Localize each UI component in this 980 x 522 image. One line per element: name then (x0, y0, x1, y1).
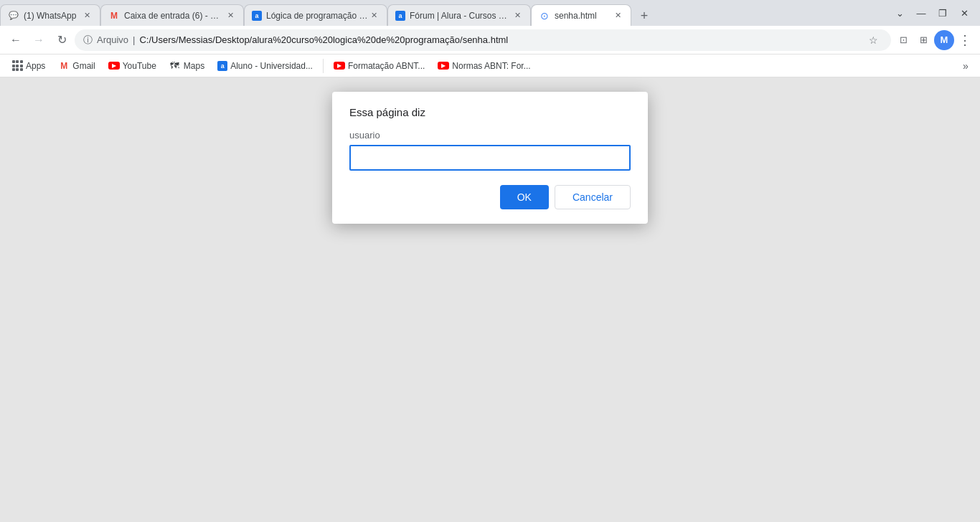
bookmark-formatacao[interactable]: ▶ Formatação ABNT... (328, 58, 430, 74)
tab-close-whatsapp[interactable]: ✕ (81, 10, 93, 22)
dialog-buttons: OK Cancelar (349, 185, 631, 209)
formatacao-favicon: ▶ (334, 62, 345, 70)
new-tab-button[interactable]: + (634, 6, 654, 26)
zoom-button[interactable]: ⊞ (914, 31, 933, 49)
bookmark-aluno-label: Aluno - Universidad... (230, 61, 313, 71)
dialog-overlay: Essa página diz usuario OK Cancelar (0, 77, 980, 522)
tab-favicon-gmail: M (108, 10, 120, 22)
bookmark-maps[interactable]: 🗺 Maps (164, 57, 210, 75)
dialog-title: Essa página diz (349, 106, 631, 118)
bookmark-youtube[interactable]: ▶ YouTube (103, 58, 162, 74)
gmail-favicon: M (58, 60, 70, 72)
tab-senha[interactable]: ⊙ senha.html ✕ (531, 4, 631, 26)
menu-button[interactable]: ⋮ (956, 31, 974, 49)
tab-alura-logica[interactable]: a Lógica de programação l: os... ✕ (244, 4, 387, 26)
maps-favicon: 🗺 (169, 60, 181, 72)
page-content: Essa página diz usuario OK Cancelar (0, 77, 980, 522)
address-separator: | (133, 34, 135, 45)
bookmark-aluno[interactable]: a Aluno - Universidad... (212, 58, 319, 74)
address-url-text: C:/Users/Messias/Desktop/alura%20curso%2… (139, 34, 859, 45)
security-icon: ⓘ (83, 34, 93, 47)
dialog-label: usuario (349, 130, 631, 141)
tab-title-alura-forum: Fórum | Alura - Cursos onlin... (410, 11, 512, 21)
bookmark-normas-label: Normas ABNT: For... (452, 61, 530, 71)
titlebar: 💬 (1) WhatsApp ✕ M Caixa de entrada (6) … (0, 0, 980, 26)
cancel-button[interactable]: Cancelar (555, 185, 631, 209)
user-avatar[interactable]: M (934, 30, 954, 50)
bookmark-maps-label: Maps (184, 61, 204, 71)
bookmark-normas[interactable]: ▶ Normas ABNT: For... (432, 58, 536, 74)
tab-title-gmail: Caixa de entrada (6) - messia... (124, 11, 225, 21)
tab-title-senha: senha.html (555, 11, 612, 21)
reload-button[interactable]: ↻ (52, 30, 72, 50)
minimize-button[interactable]: — (911, 3, 931, 23)
address-bar[interactable]: ⓘ Arquivo | C:/Users/Messias/Desktop/alu… (75, 29, 891, 51)
tab-favicon-alura-logica: a (252, 11, 262, 21)
bookmark-gmail-label: Gmail (72, 61, 95, 71)
bookmark-apps-label: Apps (26, 61, 45, 71)
address-actions: ☆ (864, 31, 882, 49)
navbar: ← → ↻ ⓘ Arquivo | C:/Users/Messias/Deskt… (0, 26, 980, 54)
normas-favicon: ▶ (438, 62, 449, 70)
dropdown-button[interactable]: ⌄ (890, 3, 910, 23)
tab-gmail[interactable]: M Caixa de entrada (6) - messia... ✕ (100, 4, 244, 26)
bookmark-gmail[interactable]: M Gmail (52, 57, 100, 75)
dialog: Essa página diz usuario OK Cancelar (332, 92, 648, 224)
restore-button[interactable]: ❐ (933, 3, 953, 23)
tab-title-whatsapp: (1) WhatsApp (24, 11, 81, 21)
tab-close-alura-forum[interactable]: ✕ (512, 10, 523, 22)
aluno-favicon: a (217, 61, 227, 71)
ok-button[interactable]: OK (500, 185, 549, 209)
address-type-label: Arquivo (97, 34, 128, 45)
tab-close-alura-logica[interactable]: ✕ (368, 10, 380, 22)
dialog-input[interactable] (349, 145, 631, 171)
navbar-right: ⊡ ⊞ M ⋮ (894, 30, 974, 50)
tab-favicon-whatsapp: 💬 (8, 10, 19, 22)
titlebar-controls: ⌄ — ❐ ✕ (890, 3, 980, 23)
bookmark-youtube-label: YouTube (123, 61, 156, 71)
tab-alura-forum[interactable]: a Fórum | Alura - Cursos onlin... ✕ (387, 4, 531, 26)
bookmarks-separator (323, 59, 324, 73)
tab-close-senha[interactable]: ✕ (612, 10, 623, 22)
tab-favicon-alura-forum: a (395, 11, 405, 21)
close-button[interactable]: ✕ (954, 3, 974, 23)
back-button[interactable]: ← (6, 30, 26, 50)
forward-button[interactable]: → (29, 30, 49, 50)
bookmark-apps[interactable]: Apps (6, 57, 51, 75)
bookmark-star-button[interactable]: ☆ (864, 31, 882, 49)
cast-button[interactable]: ⊡ (894, 31, 913, 49)
tab-title-alura-logica: Lógica de programação l: os... (266, 11, 368, 21)
tabs-container: 💬 (1) WhatsApp ✕ M Caixa de entrada (6) … (0, 0, 890, 26)
apps-grid-icon (11, 60, 23, 72)
tab-whatsapp[interactable]: 💬 (1) WhatsApp ✕ (0, 4, 100, 26)
youtube-favicon: ▶ (108, 62, 120, 70)
tab-close-gmail[interactable]: ✕ (225, 10, 236, 22)
tab-favicon-senha: ⊙ (539, 10, 550, 22)
bookmarks-more-button[interactable]: » (957, 57, 974, 75)
bookmarks-bar: Apps M Gmail ▶ YouTube 🗺 Maps a Aluno - … (0, 54, 980, 77)
bookmark-formatacao-label: Formatação ABNT... (348, 61, 425, 71)
